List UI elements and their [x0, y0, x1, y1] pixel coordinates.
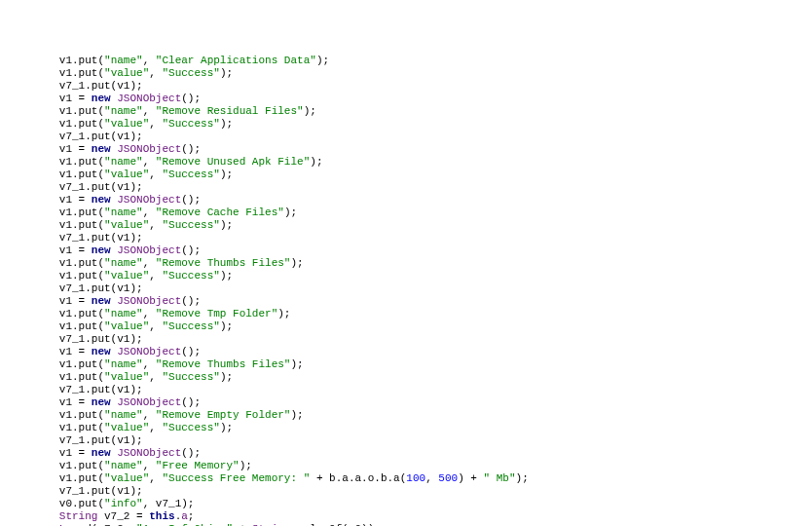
code-token: "Remove Cache Files" [156, 207, 284, 218]
code-line: v1.put("value", "Success"); [8, 371, 804, 384]
code-token: v7_1.put(v1); [59, 384, 143, 395]
code-token: , [143, 409, 156, 421]
code-token: "info" [104, 498, 143, 509]
code-token: "name" [104, 156, 143, 168]
code-token: v1.put( [59, 118, 104, 130]
code-token: v1.put( [59, 422, 104, 433]
code-line: v1.put("value", "Success Free Memory: " … [8, 472, 804, 485]
code-token: "name" [104, 105, 143, 117]
code-token: "value" [104, 219, 149, 231]
code-token: new [92, 396, 111, 408]
code-token: "name" [104, 257, 143, 269]
code-token: "Success" [162, 219, 219, 231]
code-token: v1.put( [59, 156, 104, 168]
code-token: ; [188, 510, 195, 522]
code-token: "name" [104, 207, 143, 218]
code-token: v1.put( [59, 358, 104, 370]
code-token: "value" [104, 118, 149, 130]
code-token: , [149, 320, 162, 332]
code-token: "Success" [162, 371, 219, 383]
code-token: , v7_1); [143, 498, 195, 509]
code-token: , [149, 270, 162, 282]
code-token: , [143, 257, 156, 269]
code-token: v1 = [59, 143, 92, 155]
code-line: v1 = new JSONObject(); [8, 143, 804, 156]
code-token: JSONObject [117, 244, 181, 256]
code-token: "value" [104, 67, 149, 79]
code-token: v1 = [59, 194, 92, 206]
code-token: , [149, 422, 162, 433]
code-line: v1.put("name", "Remove Empty Folder"); [8, 409, 804, 422]
code-token: "Free Memory" [156, 460, 240, 471]
code-token: ); [277, 308, 290, 319]
code-line: v7_1.put(v1); [8, 333, 804, 346]
code-line: v7_1.put(v1); [8, 384, 804, 396]
code-token: ) + [458, 472, 483, 484]
code-token: "Remove Empty Folder" [156, 409, 291, 421]
code-token: "name" [104, 358, 143, 370]
code-line: v0.put("info", v7_1); [8, 498, 804, 510]
code-line: v1.put("value", "Success"); [8, 67, 804, 80]
code-token: "value" [104, 472, 149, 484]
code-line: v1 = new JSONObject(); [8, 396, 804, 409]
code-line: v1.put("name", "Remove Thumbs Files"); [8, 358, 804, 371]
code-token: ); [220, 371, 233, 383]
code-token: , [149, 169, 162, 180]
code-token: v7_1.put(v1); [59, 434, 143, 446]
code-line: v1.put("value", "Success"); [8, 320, 804, 333]
code-token: , [149, 371, 162, 383]
code-token: "value" [104, 320, 149, 332]
code-token: new [92, 244, 111, 256]
code-token: v1 = [59, 244, 92, 256]
code-token: , [425, 472, 438, 484]
code-token: ); [290, 257, 303, 269]
code-token: ); [220, 67, 233, 79]
code-token: " Mb" [484, 472, 516, 484]
code-token: v1.put( [59, 308, 104, 319]
code-token: (); [181, 346, 201, 357]
code-token: "value" [104, 422, 149, 433]
code-token: "Success" [162, 270, 219, 282]
code-token: v1.put( [59, 105, 104, 117]
code-token: "Remove Unused Apk File" [156, 156, 310, 168]
code-line: v1.put("name", "Remove Thumbs Files"); [8, 257, 804, 270]
code-line: v1 = new JSONObject(); [8, 244, 804, 257]
code-token: v1.put( [59, 67, 104, 79]
code-line: v1.put("name", "Clear Applications Data"… [8, 55, 804, 67]
code-token: new [92, 295, 111, 307]
code-line: v7_1.put(v1); [8, 232, 804, 244]
code-token: "name" [104, 55, 143, 66]
code-line: v7_1.put(v1); [8, 80, 804, 93]
code-token: v7_2 = [97, 510, 149, 522]
code-token: JSONObject [117, 447, 181, 459]
code-token: v0.put( [59, 498, 104, 509]
code-token: "Success" [162, 320, 219, 332]
code-token: , [149, 472, 162, 484]
code-token: , [143, 105, 156, 117]
code-token: ); [220, 219, 233, 231]
code-token: v7_1.put(v1); [59, 232, 143, 244]
code-token: ); [220, 270, 233, 282]
code-token: "name" [104, 460, 143, 471]
code-token: , [149, 219, 162, 231]
code-token: v7_1.put(v1); [59, 282, 143, 294]
code-token: ); [290, 358, 303, 370]
code-token: JSONObject [117, 93, 181, 104]
code-token: v1 = [59, 396, 92, 408]
code-token: ); [284, 207, 297, 218]
code-token: ); [516, 472, 529, 484]
code-token: , [143, 460, 156, 471]
code-token: new [92, 447, 111, 459]
code-token: v7_1.put(v1); [59, 181, 143, 193]
code-token: v1.put( [59, 460, 104, 471]
code-token: v7_1.put(v1); [59, 80, 143, 92]
code-token: v1.put( [59, 409, 104, 421]
code-token: , [149, 67, 162, 79]
code-token: ); [220, 422, 233, 433]
code-token: v7_1.put(v1); [59, 131, 143, 142]
code-line: v7_1.put(v1); [8, 282, 804, 295]
code-line: v7_1.put(v1); [8, 181, 804, 194]
code-token: "Success" [162, 118, 219, 130]
code-token: 100 [406, 472, 425, 484]
code-line: v1.put("name", "Free Memory"); [8, 460, 804, 472]
